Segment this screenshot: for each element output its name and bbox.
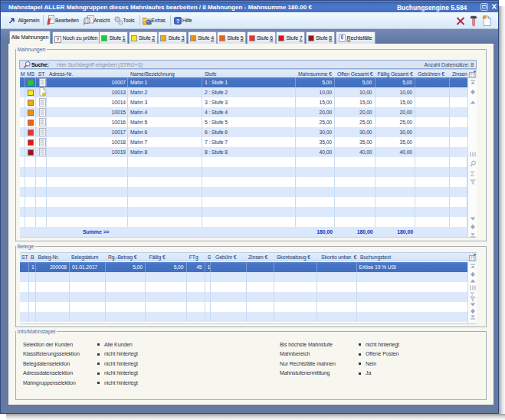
svg-text:?: ? — [176, 17, 180, 24]
